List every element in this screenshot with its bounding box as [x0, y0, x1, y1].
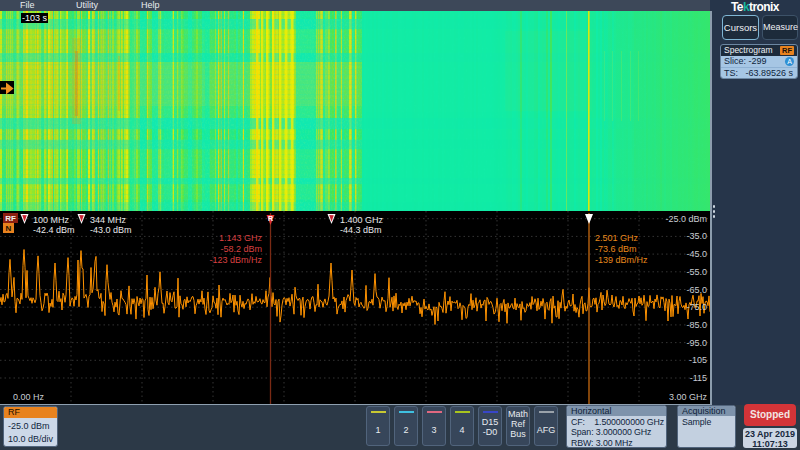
- svg-text:-85.0: -85.0: [686, 320, 707, 330]
- svg-text:N: N: [6, 224, 12, 233]
- svg-text:-42.4 dBm: -42.4 dBm: [33, 225, 75, 235]
- svg-text:-115: -115: [690, 373, 707, 383]
- svg-text:-44.3 dBm: -44.3 dBm: [340, 225, 382, 235]
- svg-text:-35.0: -35.0: [686, 231, 707, 241]
- svg-text:2.501 GHz: 2.501 GHz: [595, 233, 639, 243]
- svg-text:-95.0: -95.0: [686, 338, 707, 348]
- svg-text:-58.2 dBm: -58.2 dBm: [220, 244, 262, 254]
- svg-text:-43.0 dBm: -43.0 dBm: [90, 225, 132, 235]
- svg-text:RF: RF: [5, 214, 16, 223]
- svg-text:-73.6 dBm: -73.6 dBm: [595, 244, 637, 254]
- svg-text:3.00 GHz: 3.00 GHz: [669, 392, 708, 402]
- svg-text:-139 dBm/Hz: -139 dBm/Hz: [595, 255, 648, 265]
- svg-text:-105: -105: [689, 355, 707, 365]
- svg-text:-75.0: -75.0: [686, 302, 707, 312]
- svg-text:344 MHz: 344 MHz: [90, 215, 127, 225]
- svg-text:-55.0: -55.0: [686, 267, 707, 277]
- svg-text:-123 dBm/Hz: -123 dBm/Hz: [209, 255, 262, 265]
- svg-text:1.400 GHz: 1.400 GHz: [340, 215, 384, 225]
- svg-text:100 MHz: 100 MHz: [33, 215, 70, 225]
- svg-text:0.00 Hz: 0.00 Hz: [13, 392, 45, 402]
- svg-text:1.143 GHz: 1.143 GHz: [219, 233, 263, 243]
- svg-text:-25.0 dBm: -25.0 dBm: [665, 214, 707, 224]
- svg-text:-65.0: -65.0: [686, 285, 707, 295]
- svg-text:-45.0: -45.0: [686, 249, 707, 259]
- svg-text:R: R: [268, 215, 273, 222]
